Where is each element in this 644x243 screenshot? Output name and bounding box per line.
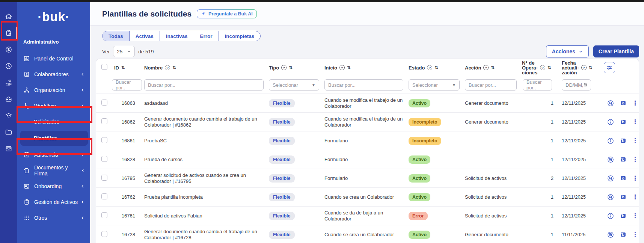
sidebar-item-onboarding[interactable]: Onboarding bbox=[17, 178, 90, 194]
row-menu-icon[interactable]: ⋮ bbox=[632, 100, 638, 106]
table-row[interactable]: 16728 Generar documento cuando cambia el… bbox=[96, 225, 639, 243]
sidebar-item-otros[interactable]: Otros bbox=[17, 210, 90, 226]
info-icon[interactable] bbox=[607, 118, 614, 126]
table-row[interactable]: 16761 Solicitud de activos Fabian Flexib… bbox=[96, 206, 639, 225]
page-size-select[interactable]: 25 bbox=[113, 46, 135, 57]
ask-buk-ai-button[interactable]: Preguntale a Buk AI bbox=[197, 9, 257, 18]
time-icon[interactable] bbox=[0, 58, 17, 74]
row-checkbox[interactable] bbox=[101, 156, 107, 162]
requests-clipboard-icon[interactable] bbox=[0, 25, 17, 41]
filter-id-input[interactable]: Buscar por.. bbox=[112, 79, 142, 91]
sort-icon[interactable]: ⇅ bbox=[121, 65, 124, 70]
help-icon[interactable]: ? bbox=[427, 65, 432, 70]
chevron-left-icon bbox=[80, 200, 85, 204]
estado-badge: Activo bbox=[409, 99, 430, 107]
row-checkbox[interactable] bbox=[101, 118, 107, 124]
sort-icon[interactable]: ⇅ bbox=[434, 65, 437, 70]
filter-tipo-select[interactable]: Seleccionar▼ bbox=[269, 79, 319, 91]
sidebar-item-plantillas[interactable]: Plantillas bbox=[20, 131, 88, 146]
filter-estado-select[interactable]: Seleccionar▼ bbox=[409, 79, 460, 91]
filter-fecha-input[interactable]: DD/MM, bbox=[562, 79, 591, 91]
row-menu-icon[interactable]: ⋮ bbox=[632, 119, 638, 125]
benefits-icon[interactable] bbox=[0, 74, 17, 91]
chevron-left-icon bbox=[81, 168, 85, 173]
sidebar-item-asistencia[interactable]: Asistencia bbox=[17, 147, 90, 163]
filter-nombre-input[interactable]: Buscar por... bbox=[144, 79, 264, 91]
table-row[interactable]: 16863 asdasdasd Flexible Cuando se modif… bbox=[96, 94, 639, 112]
sidebar-item-panel-de-control[interactable]: Panel de Control bbox=[17, 51, 90, 66]
sidebar-item-workflow[interactable]: Workflow bbox=[17, 98, 90, 114]
sort-icon[interactable]: ⇅ bbox=[289, 65, 292, 70]
tab-error[interactable]: Error bbox=[194, 31, 219, 41]
row-menu-icon[interactable]: ⋮ bbox=[632, 175, 638, 181]
table-row[interactable]: 16828 Prueba de cursos Flexible Formular… bbox=[96, 150, 639, 169]
preview-icon[interactable] bbox=[620, 231, 627, 238]
tab-todas[interactable]: Todas bbox=[103, 31, 130, 41]
row-id: 16828 bbox=[114, 157, 144, 162]
help-icon[interactable]: ? bbox=[281, 65, 287, 70]
sort-icon[interactable]: ⇅ bbox=[347, 65, 350, 70]
preview-icon[interactable] bbox=[620, 212, 627, 219]
crear-plantilla-button[interactable]: Crear Plantilla bbox=[593, 45, 639, 57]
toolbox-icon[interactable] bbox=[0, 91, 17, 107]
info-icon[interactable] bbox=[607, 212, 614, 220]
row-checkbox[interactable] bbox=[101, 212, 107, 218]
tab-activas[interactable]: Activas bbox=[130, 31, 160, 41]
tipo-badge: Flexible bbox=[269, 99, 295, 107]
preview-icon[interactable] bbox=[620, 175, 627, 182]
notifications-off-icon[interactable] bbox=[607, 156, 614, 163]
sidebar-item-colaboradores[interactable]: Colaboradores bbox=[17, 66, 90, 82]
notifications-off-icon[interactable] bbox=[607, 100, 614, 107]
table-row[interactable]: 16861 PruebaSC Flexible Formulario Incom… bbox=[96, 131, 639, 150]
notifications-off-icon[interactable] bbox=[607, 193, 614, 201]
row-checkbox[interactable] bbox=[101, 137, 107, 143]
info-icon[interactable] bbox=[607, 137, 614, 145]
help-icon[interactable]: ? bbox=[540, 65, 545, 70]
tab-inactivas[interactable]: Inactivas bbox=[160, 31, 194, 41]
sort-icon[interactable]: ⇅ bbox=[589, 65, 592, 70]
table-row[interactable]: 16795 Generar solicitud de activos cuand… bbox=[96, 169, 639, 187]
sidebar-item-organizacion[interactable]: Organización bbox=[17, 82, 90, 98]
row-checkbox[interactable] bbox=[101, 193, 107, 199]
row-menu-icon[interactable]: ⋮ bbox=[632, 231, 638, 238]
sort-icon[interactable]: ⇅ bbox=[547, 65, 550, 70]
payments-icon[interactable] bbox=[0, 41, 17, 58]
row-fecha: 12/11/2025 bbox=[556, 100, 599, 106]
filter-inicio-input[interactable]: Buscar por... bbox=[324, 79, 403, 91]
help-icon[interactable]: ? bbox=[165, 65, 170, 70]
row-menu-icon[interactable]: ⋮ bbox=[632, 137, 638, 144]
help-icon[interactable]: ? bbox=[483, 65, 489, 70]
row-menu-icon[interactable]: ⋮ bbox=[632, 156, 638, 163]
sort-icon[interactable]: ⇅ bbox=[172, 65, 175, 70]
home-icon[interactable] bbox=[0, 8, 17, 25]
help-icon[interactable]: ? bbox=[581, 65, 587, 70]
training-icon[interactable] bbox=[0, 107, 17, 124]
table-row[interactable]: 16762 Prueba plantilla incompleta Flexib… bbox=[96, 187, 639, 206]
tab-incompletas[interactable]: Incompletas bbox=[219, 31, 261, 41]
filter-accion-input[interactable]: Buscar por... bbox=[465, 79, 517, 91]
row-menu-icon[interactable]: ⋮ bbox=[632, 194, 638, 200]
preview-icon[interactable] bbox=[620, 193, 627, 201]
row-menu-icon[interactable]: ⋮ bbox=[632, 213, 638, 219]
table-row[interactable]: 16862 Generar documento cuando cambia el… bbox=[96, 112, 639, 131]
column-settings-button[interactable] bbox=[604, 62, 615, 73]
sidebar-item-solicitudes[interactable]: Solicitudes bbox=[17, 114, 90, 130]
row-checkbox[interactable] bbox=[101, 175, 107, 181]
notifications-off-icon[interactable] bbox=[607, 231, 614, 238]
sidebar-item-gestion-de-activos[interactable]: Gestión de Activos bbox=[17, 194, 90, 210]
preview-icon[interactable] bbox=[620, 100, 627, 107]
row-checkbox[interactable] bbox=[101, 231, 107, 237]
notifications-off-icon[interactable] bbox=[607, 175, 614, 182]
help-icon[interactable]: ? bbox=[339, 65, 345, 70]
preview-icon[interactable] bbox=[620, 118, 627, 125]
filter-operaciones-input[interactable]: Buscar por.. bbox=[523, 79, 552, 91]
sort-icon[interactable]: ⇅ bbox=[491, 65, 494, 70]
row-checkbox[interactable] bbox=[101, 100, 107, 106]
assets-icon[interactable] bbox=[0, 140, 17, 157]
folder-icon[interactable] bbox=[0, 124, 17, 140]
preview-icon[interactable] bbox=[620, 156, 627, 163]
acciones-button[interactable]: Acciones bbox=[546, 45, 589, 57]
select-all-checkbox[interactable] bbox=[101, 64, 107, 70]
preview-icon[interactable] bbox=[620, 137, 627, 144]
sidebar-item-documentos-y-firma[interactable]: Documentos y Firma bbox=[17, 163, 90, 178]
